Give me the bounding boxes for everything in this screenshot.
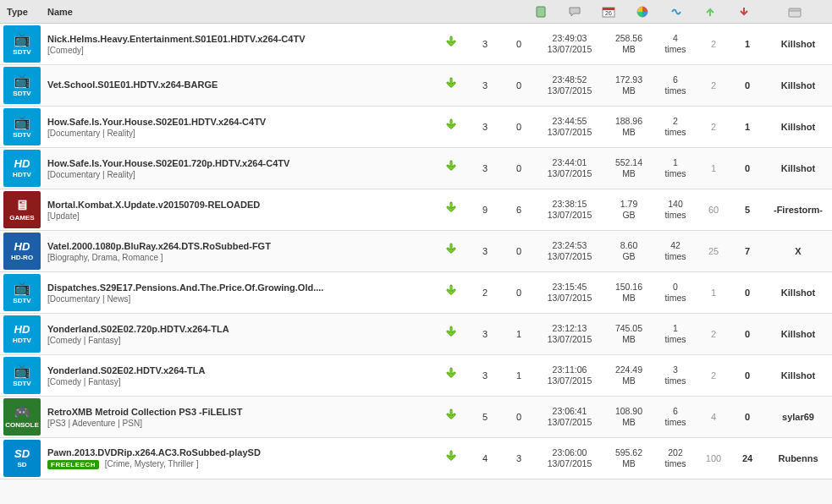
category-label: SDTV: [13, 90, 30, 97]
torrent-title-link[interactable]: Yonderland.S02E02.720p.HDTV.x264-TLA: [47, 324, 229, 334]
category-badge[interactable]: 🖥 GAMES: [3, 191, 41, 228]
category-badge[interactable]: 📺 SDTV: [3, 108, 41, 145]
category-badge[interactable]: 📺 SDTV: [3, 25, 41, 63]
cell-seeders: 4: [697, 412, 730, 422]
cell-seeders: 2: [697, 39, 730, 49]
cell-uploader[interactable]: Killshot: [764, 370, 832, 381]
cell-files: 6: [502, 205, 536, 215]
download-icon[interactable]: [434, 77, 468, 94]
torrent-title-link[interactable]: Pawn.2013.DVDRip.x264.AC3.RoSubbed-playS…: [47, 447, 261, 457]
cell-snatched: 4times: [654, 33, 697, 55]
cell-comments: 3: [468, 80, 502, 90]
download-icon[interactable]: [434, 367, 468, 384]
name-cell: RetroXMB Metroid Collection PS3 -FiLELIS…: [44, 403, 434, 431]
cell-snatched: 1times: [654, 157, 697, 179]
cell-datetime: 23:24:5313/07/2015: [536, 240, 603, 262]
header-bookmark-icon[interactable]: [524, 5, 558, 19]
header-comments-icon[interactable]: [558, 5, 592, 19]
category-label: GAMES: [9, 214, 34, 222]
cell-snatched: 6times: [654, 74, 697, 96]
category-badge[interactable]: 📺 SDTV: [3, 357, 41, 394]
cell-uploader[interactable]: sylar69: [764, 412, 832, 422]
cell-datetime: 23:11:0613/07/2015: [536, 364, 603, 386]
cell-seeders: 100: [697, 453, 730, 463]
header-seeders-icon[interactable]: [693, 5, 727, 19]
torrent-tags: [Comedy | Fantasy]: [47, 336, 431, 345]
name-cell: Vatel.2000.1080p.BluRay.x264.DTS.RoSubbe…: [44, 238, 434, 266]
category-badge[interactable]: SD SD: [3, 440, 41, 477]
cell-size: 172.93MB: [603, 74, 654, 96]
download-icon[interactable]: [434, 408, 468, 425]
category-label: HDTV: [13, 171, 31, 178]
torrent-title-link[interactable]: RetroXMB Metroid Collection PS3 -FiLELIS…: [47, 407, 242, 417]
cell-files: 0: [502, 163, 536, 173]
name-cell: Mortal.Kombat.X.Update.v20150709-RELOADE…: [44, 196, 434, 224]
download-icon[interactable]: [434, 36, 468, 52]
category-label: HDTV: [13, 337, 31, 344]
cell-uploader[interactable]: -Firestorm-: [764, 205, 832, 215]
download-icon[interactable]: [434, 201, 468, 218]
download-icon[interactable]: [434, 243, 468, 260]
header-size-icon[interactable]: [625, 5, 659, 19]
download-icon[interactable]: [434, 284, 468, 301]
download-icon[interactable]: [434, 160, 468, 177]
cell-uploader[interactable]: X: [764, 246, 832, 256]
cell-size: 188.96MB: [603, 116, 654, 138]
cell-files: 0: [502, 122, 536, 132]
category-badge[interactable]: HD HDTV: [3, 315, 41, 353]
torrent-title-link[interactable]: Nick.Helms.Heavy.Entertainment.S01E01.HD…: [47, 34, 305, 44]
category-badge[interactable]: 🎮 CONSOLE: [3, 398, 41, 436]
torrent-title-link[interactable]: Yonderland.S02E02.HDTV.x264-TLA: [47, 365, 205, 375]
cell-uploader[interactable]: Killshot: [764, 80, 832, 90]
table-row: HD HDTV How.Safe.Is.Your.House.S02E01.72…: [0, 148, 832, 189]
category-label: SD: [17, 461, 26, 468]
cell-comments: 3: [468, 163, 502, 173]
svg-rect-6: [789, 8, 801, 11]
cell-leechers: 5: [730, 205, 764, 215]
torrent-title-link[interactable]: Vatel.2000.1080p.BluRay.x264.DTS.RoSubbe…: [47, 241, 271, 251]
download-icon[interactable]: [434, 450, 468, 467]
cell-uploader[interactable]: Killshot: [764, 288, 832, 298]
cell-uploader[interactable]: Rubenns: [764, 453, 832, 463]
cell-size: 258.56MB: [603, 33, 654, 55]
table-header: Type Name 26: [0, 0, 832, 24]
header-uploader-icon[interactable]: [761, 5, 829, 18]
category-badge[interactable]: 📺 SDTV: [3, 67, 41, 104]
cell-size: 108.90MB: [603, 406, 654, 428]
category-badge[interactable]: HD HD-RO: [3, 233, 41, 270]
torrent-tags: [Comedy | Fantasy]: [47, 377, 431, 386]
category-badge[interactable]: 📺 SDTV: [3, 274, 41, 311]
cell-leechers: 0: [730, 288, 764, 298]
header-name[interactable]: Name: [47, 7, 524, 17]
download-icon[interactable]: [434, 326, 468, 342]
torrent-title-link[interactable]: How.Safe.Is.Your.House.S02E01.HDTV.x264-…: [47, 117, 266, 127]
cell-uploader[interactable]: Killshot: [764, 329, 832, 339]
header-type[interactable]: Type: [3, 7, 47, 17]
name-cell: Yonderland.S02E02.720p.HDTV.x264-TLA [Co…: [44, 320, 434, 348]
header-leechers-icon[interactable]: [727, 5, 761, 19]
cell-size: 224.49MB: [603, 364, 654, 386]
torrent-title-link[interactable]: Dispatches.S29E17.Pensions.And.The.Price…: [47, 282, 323, 293]
cell-leechers: 0: [730, 163, 764, 173]
table-row: 📺 SDTV Vet.School.S01E01.HDTV.x264-BARGE…: [0, 65, 832, 107]
cell-seeders: 2: [697, 329, 730, 339]
header-snatched-icon[interactable]: [659, 5, 693, 19]
torrent-title-link[interactable]: Mortal.Kombat.X.Update.v20150709-RELOADE…: [47, 200, 260, 210]
category-label: SDTV: [13, 48, 30, 56]
torrent-tags: FREELEECH [Crime, Mystery, Thriller ]: [47, 459, 431, 469]
table-row: 🎮 CONSOLE RetroXMB Metroid Collection PS…: [0, 397, 832, 438]
category-badge[interactable]: HD HDTV: [3, 150, 41, 187]
cell-size: 150.16MB: [603, 282, 654, 304]
cell-uploader[interactable]: Killshot: [764, 122, 832, 132]
cell-comments: 3: [468, 122, 502, 132]
cell-comments: 5: [468, 412, 502, 422]
cell-uploader[interactable]: Killshot: [764, 163, 832, 173]
torrent-title-link[interactable]: Vet.School.S01E01.HDTV.x264-BARGE: [47, 79, 218, 90]
cell-uploader[interactable]: Killshot: [764, 39, 832, 49]
name-cell: Pawn.2013.DVDRip.x264.AC3.RoSubbed-playS…: [44, 444, 434, 473]
cell-leechers: 0: [730, 370, 764, 381]
torrent-tags: [Documentary | Reality]: [47, 129, 431, 138]
download-icon[interactable]: [434, 118, 468, 135]
header-calendar-icon[interactable]: 26: [592, 4, 625, 19]
torrent-title-link[interactable]: How.Safe.Is.Your.House.S02E01.720p.HDTV.…: [47, 158, 289, 168]
